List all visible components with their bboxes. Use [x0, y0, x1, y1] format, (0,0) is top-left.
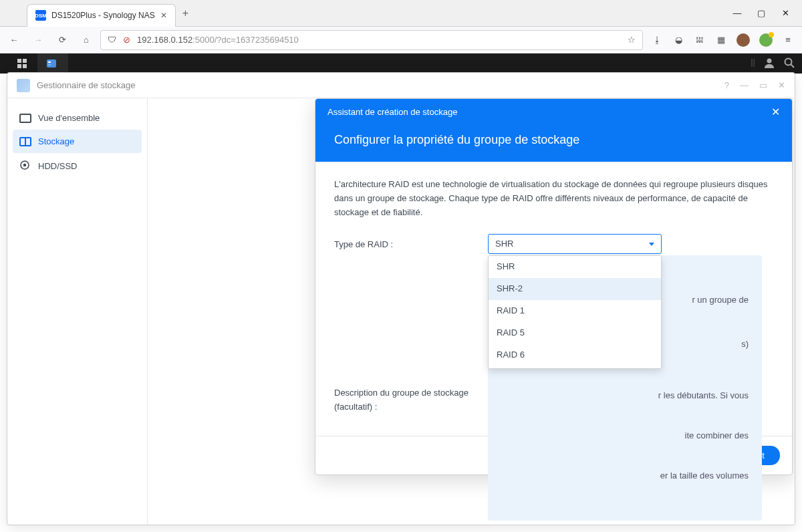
sidebar: Vue d'ensemble Stockage HDD/SSD: [7, 98, 148, 525]
menu-icon[interactable]: ≡: [782, 34, 794, 46]
dsm-search-icon[interactable]: [783, 57, 795, 71]
address-bar[interactable]: 🛡 ⊘ 192.168.0.152:5000/?dc=1637235694510…: [100, 30, 643, 50]
overview-icon: [19, 114, 31, 123]
dsm-divider-icon: ||: [751, 57, 755, 71]
sidebar-item-label: Vue d'ensemble: [38, 113, 100, 123]
svg-rect-2: [17, 64, 21, 68]
new-tab-button[interactable]: +: [182, 7, 188, 19]
raid-type-dropdown[interactable]: SHRSHR-2RAID 1RAID 5RAID 6RAID 10Basic: [488, 255, 662, 369]
modal-close-icon[interactable]: ✕: [771, 106, 780, 118]
raid-type-label: Type de RAID :: [334, 234, 488, 252]
extension-badge-icon[interactable]: [759, 33, 773, 47]
browser-toolbar: ← → ⟳ ⌂ 🛡 ⊘ 192.168.0.152:5000/?dc=16372…: [0, 27, 802, 53]
dsm-taskbar-app-icon[interactable]: [37, 53, 68, 74]
window-close-icon[interactable]: ✕: [781, 9, 790, 18]
storage-manager-window: Gestionnaire de stockage ? — ▭ ✕ Vue d'e…: [7, 72, 795, 525]
svg-point-11: [24, 164, 26, 166]
nav-home-icon[interactable]: ⌂: [80, 34, 92, 46]
app-titlebar: Gestionnaire de stockage ? — ▭ ✕: [7, 73, 795, 98]
browser-tab[interactable]: DSM DS1520Plus - Synology NAS ✕: [27, 4, 176, 27]
svg-point-8: [785, 58, 792, 65]
modal-body: L'architecture RAID est une technologie …: [315, 162, 792, 436]
raid-option[interactable]: RAID 5: [489, 322, 661, 344]
svg-point-7: [767, 58, 772, 63]
app-help-icon[interactable]: ?: [724, 80, 729, 90]
window-minimize-icon[interactable]: —: [732, 9, 742, 18]
app-icon: [17, 79, 30, 92]
extension-icon[interactable]: ▦: [715, 34, 727, 46]
app-minimize-icon[interactable]: —: [740, 80, 749, 90]
svg-rect-6: [48, 64, 51, 65]
tab-favicon: DSM: [35, 10, 46, 21]
svg-rect-5: [48, 61, 51, 63]
dsm-user-icon[interactable]: [763, 57, 775, 71]
description-label: Description du groupe de stockage (facul…: [334, 382, 488, 414]
svg-rect-1: [23, 59, 27, 63]
dsm-main-menu-icon[interactable]: [7, 53, 37, 74]
modal-description: L'architecture RAID est une technologie …: [334, 178, 773, 219]
download-icon[interactable]: ⭳: [651, 34, 663, 46]
svg-rect-4: [47, 59, 56, 68]
raid-option[interactable]: RAID 1: [489, 300, 661, 322]
window-controls: — ▢ ✕: [720, 9, 802, 18]
sidebar-item-label: HDD/SSD: [38, 161, 78, 171]
pocket-icon[interactable]: ◒: [672, 34, 684, 46]
sidebar-item-storage[interactable]: Stockage: [13, 130, 142, 153]
profile-avatar-icon[interactable]: [737, 33, 750, 47]
nav-forward-icon[interactable]: →: [32, 34, 44, 46]
main-content: illez créer au moins un Assistant de cré…: [148, 98, 795, 525]
window-maximize-icon[interactable]: ▢: [757, 9, 766, 18]
url-text: 192.168.0.152:5000/?dc=1637235694510: [137, 35, 621, 45]
shield-icon[interactable]: 🛡: [108, 35, 116, 45]
raid-option[interactable]: RAID 6: [489, 344, 661, 366]
app-title: Gestionnaire de stockage: [37, 80, 135, 90]
bookmark-star-icon[interactable]: ☆: [628, 35, 636, 45]
svg-line-9: [791, 64, 795, 68]
lock-icon: ⊘: [123, 35, 130, 45]
modal-title: Configurer la propriété du groupe de sto…: [315, 125, 792, 162]
app-close-icon[interactable]: ✕: [778, 80, 785, 90]
nav-reload-icon[interactable]: ⟳: [56, 34, 68, 46]
svg-rect-0: [17, 59, 21, 63]
raid-selected-value: SHR: [495, 237, 513, 251]
sidebar-item-hdd[interactable]: HDD/SSD: [7, 153, 147, 179]
browser-tabstrip: DSM DS1520Plus - Synology NAS ✕ + — ▢ ✕: [0, 0, 802, 27]
tab-close-icon[interactable]: ✕: [160, 11, 167, 20]
library-icon[interactable]: 𝍐: [694, 34, 706, 46]
storage-icon: [19, 137, 31, 146]
hdd-icon: [19, 160, 31, 172]
sidebar-item-label: Stockage: [38, 136, 74, 146]
dsm-taskbar: ||: [0, 53, 802, 74]
raid-option[interactable]: RAID 10: [489, 366, 661, 369]
raid-option[interactable]: SHR-2: [489, 278, 661, 300]
svg-rect-3: [23, 64, 27, 68]
tab-title: DS1520Plus - Synology NAS: [51, 11, 155, 20]
modal-header: Assistant de création de stockage ✕ Conf…: [315, 99, 792, 162]
app-maximize-icon[interactable]: ▭: [759, 80, 767, 90]
modal-wizard-label: Assistant de création de stockage: [327, 107, 457, 117]
sidebar-item-overview[interactable]: Vue d'ensemble: [7, 106, 147, 130]
storage-wizard-modal: Assistant de création de stockage ✕ Conf…: [315, 98, 793, 475]
chevron-down-icon: [649, 243, 654, 246]
raid-option[interactable]: SHR: [489, 256, 661, 278]
raid-type-select[interactable]: SHR: [488, 234, 662, 254]
nav-back-icon[interactable]: ←: [8, 34, 20, 46]
